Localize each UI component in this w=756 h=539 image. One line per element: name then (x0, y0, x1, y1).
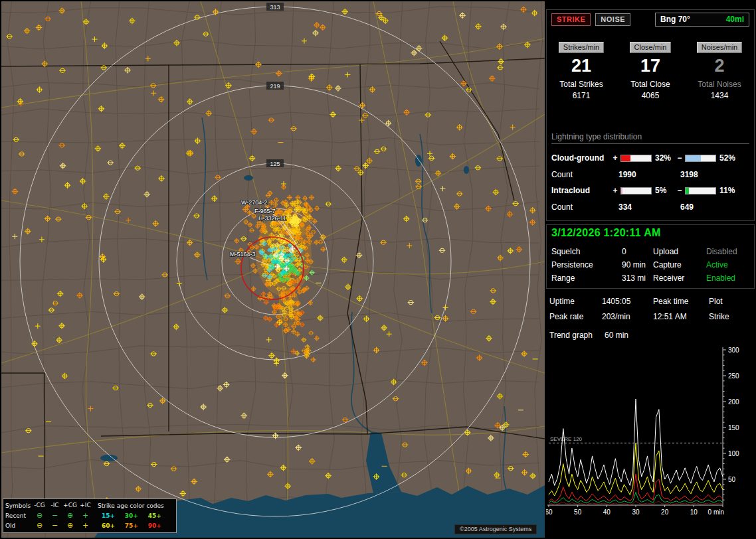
circle-minus-icon: ⊖ (32, 512, 47, 519)
trend-box: Uptime 1405:05 Peak time Plot Peak rate … (546, 293, 755, 524)
svg-text:150: 150 (728, 424, 739, 431)
legend-row-label: Old (5, 522, 32, 529)
ic-plus-percent: 5% (653, 186, 676, 195)
distribution-title: Lightning type distribution (551, 132, 749, 144)
svg-text:M-5164-3: M-5164-3 (230, 251, 256, 258)
bearing-range-display: Bng 70° 40mi (655, 13, 749, 27)
age-code: 30+ (121, 512, 142, 519)
circle-plus-icon: ⊕ (62, 522, 78, 529)
setting-row: Persistence 90 min Capture Active (551, 258, 751, 271)
lightning-map[interactable]: 313219125W-2704-2F-965-7H-3326-11M-5164-… (1, 1, 545, 538)
plus-icon: + (78, 522, 93, 529)
strikes-per-min-button[interactable]: Strikes/min (559, 42, 604, 53)
setting-row: Squelch 0 Upload Disabled (551, 245, 751, 258)
legend-col-neg-ic: -IC (47, 502, 62, 509)
noises-per-min-value: 2 (685, 54, 754, 77)
peak-time-label: Peak time (653, 297, 709, 306)
svg-text:20: 20 (661, 508, 669, 516)
close-per-min-button[interactable]: Close/min (630, 42, 672, 53)
svg-text:313: 313 (270, 4, 280, 11)
svg-text:300: 300 (728, 346, 739, 354)
age-code: 15+ (98, 512, 119, 519)
svg-text:30: 30 (632, 508, 640, 516)
receiver-status: Enabled (706, 273, 751, 283)
trend-graph-header: Trend graph 60 min (546, 329, 755, 342)
cg-plus-bar (620, 155, 652, 162)
cg-minus-bar (685, 155, 716, 162)
trend-graph: 300250200150100506050403020100 minSEVERE… (546, 345, 755, 524)
peak-rate-label: Peak rate (549, 312, 602, 321)
legend-col-pos-ic: +IC (78, 502, 93, 509)
svg-text:250: 250 (728, 372, 739, 380)
cg-minus-count: 3198 (680, 170, 742, 179)
status-panel: STRIKE NOISE Bng 70° 40mi Strikes/min 21… (546, 1, 755, 538)
age-code: 60+ (98, 522, 119, 529)
strike-button[interactable]: STRIKE (551, 13, 591, 26)
age-code: 45+ (144, 512, 165, 519)
cg-minus-percent: 52% (717, 153, 740, 163)
map-canvas: 313219125W-2704-2F-965-7H-3326-11M-5164-… (1, 1, 545, 538)
svg-text:219: 219 (270, 83, 280, 90)
age-code: 75+ (121, 522, 142, 529)
cloud-ground-row: Cloud-ground + 32% − 52% (551, 150, 749, 166)
map-legend: Symbols -CG -IC +CG +IC Strike age color… (3, 499, 177, 533)
svg-text:60: 60 (546, 508, 553, 516)
trend-window-value: 60 min (605, 331, 755, 340)
intracloud-count-row: Count 334 649 (551, 198, 749, 215)
total-close-value: 4065 (616, 91, 685, 100)
copyright-label: ©2005 Astrogenic Systems (454, 524, 537, 534)
capture-status: Active (706, 260, 751, 270)
legend-row-recent: Recent ⊖ − ⊕ + 15+ 30+ 45+ (5, 510, 174, 520)
cloud-ground-count-row: Count 1990 3198 (551, 166, 749, 183)
total-strikes-value: 6171 (547, 91, 616, 100)
squelch-label: Squelch (551, 247, 622, 256)
upload-label: Upload (653, 247, 706, 256)
upload-status: Disabled (706, 247, 751, 256)
system-box: 3/12/2026 1:20:11 AM Squelch 0 Upload Di… (546, 224, 755, 289)
svg-text:W-2704-2: W-2704-2 (241, 199, 267, 206)
uptime-value: 1405:05 (602, 297, 653, 306)
minus-icon: − (47, 512, 62, 519)
total-noises-label: Total Noises (685, 80, 754, 89)
persistence-label: Persistence (551, 260, 622, 270)
legend-row-label: Recent (5, 512, 32, 519)
total-close-label: Total Close (616, 80, 685, 89)
persistence-value: 90 min (622, 260, 653, 270)
close-range-value: 40mi (726, 15, 744, 24)
circle-plus-icon: ⊕ (62, 512, 78, 519)
cg-plus-percent: 32% (653, 153, 676, 163)
circle-minus-icon: ⊖ (32, 522, 47, 529)
legend-col-pos-cg: +CG (62, 502, 78, 509)
peak-rate-value: 203/min (602, 312, 653, 321)
noises-per-min-button[interactable]: Noises/min (697, 42, 742, 53)
svg-text:10: 10 (690, 508, 698, 516)
legend-symbols-title: Symbols (5, 502, 32, 509)
total-noises-value: 1434 (685, 91, 754, 100)
svg-text:40: 40 (603, 508, 611, 516)
intracloud-row: Intracloud + 5% − 11% (551, 183, 749, 198)
svg-text:H-3326-11: H-3326-11 (258, 215, 286, 222)
status-row: Peak rate 203/min 12:51 AM Strike (546, 309, 755, 324)
close-per-min-column: Close/min 17 Total Close 4065 (616, 42, 685, 100)
minus-sign: − (676, 186, 684, 195)
stats-box: STRIKE NOISE Bng 70° 40mi Strikes/min 21… (546, 9, 755, 221)
uptime-label: Uptime (549, 297, 602, 306)
svg-text:F-965-7: F-965-7 (254, 208, 276, 214)
ic-minus-percent: 11% (717, 186, 740, 195)
svg-text:50: 50 (728, 476, 736, 483)
plus-sign: + (611, 186, 619, 195)
squelch-value: 0 (622, 247, 653, 256)
noises-per-min-column: Noises/min 2 Total Noises 1434 (685, 42, 754, 100)
legend-row-old: Old ⊖ − ⊕ + 60+ 75+ 90+ (5, 520, 174, 530)
ic-minus-bar (685, 187, 716, 194)
noise-button[interactable]: NOISE (595, 13, 630, 26)
count-label: Count (551, 170, 618, 179)
svg-text:SEVERE 120: SEVERE 120 (550, 436, 583, 442)
count-label: Count (551, 202, 618, 212)
setting-row: Range 313 mi Receiver Enabled (551, 271, 751, 285)
datetime-display: 3/12/2026 1:20:11 AM (551, 227, 661, 239)
ic-minus-count: 649 (680, 202, 742, 212)
legend-header: Symbols -CG -IC +CG +IC Strike age color… (5, 501, 174, 510)
status-row: Uptime 1405:05 Peak time Plot (546, 293, 755, 309)
receiver-label: Receiver (653, 273, 706, 283)
